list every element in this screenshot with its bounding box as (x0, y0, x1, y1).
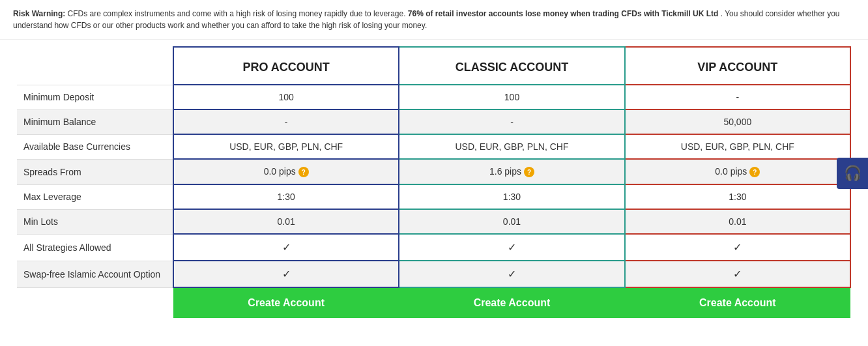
checkmark-icon: ✓ (508, 242, 516, 253)
pro-create-account-button[interactable]: Create Account (173, 288, 399, 318)
classic-account-header: CLASSIC ACCOUNT (399, 47, 624, 85)
row-value-1: 1:30 (399, 184, 624, 209)
row-value-0: 100 (173, 85, 399, 109)
classic-create-account-button-cell: Create Account (399, 287, 624, 318)
row-value-2: - (625, 85, 850, 109)
table-row: Minimum Deposit100100- (17, 85, 850, 109)
row-value-2: ✓ (625, 234, 850, 261)
risk-warning-bar: Risk Warning: CFDs are complex instrumen… (0, 0, 868, 40)
row-value-0: 0.0 pips? (173, 159, 399, 184)
row-label: Available Base Currencies (17, 134, 173, 159)
checkmark-icon: ✓ (733, 242, 742, 253)
vip-create-account-button[interactable]: Create Account (625, 288, 850, 318)
checkmark-icon: ✓ (282, 268, 291, 280)
risk-warning-highlight: 76% of retail investor accounts lose mon… (408, 9, 719, 18)
row-value-2: 0.01 (625, 209, 850, 234)
row-value-1: - (399, 109, 624, 134)
headset-icon: 🎧 (844, 165, 861, 182)
row-label: Min Lots (17, 209, 173, 234)
row-value-2: USD, EUR, GBP, PLN, CHF (625, 134, 850, 159)
row-value-0: 0.01 (173, 209, 399, 234)
row-label: All Strategies Allowed (17, 234, 173, 261)
create-account-row: Create AccountCreate AccountCreate Accou… (17, 287, 850, 318)
risk-warning-text: CFDs are complex instruments and come wi… (68, 9, 406, 18)
row-value-2: 50,000 (625, 109, 850, 134)
row-value-0: ✓ (173, 261, 399, 287)
table-row: Minimum Balance--50,000 (17, 109, 850, 134)
button-row-label (17, 287, 173, 318)
row-value-1: USD, EUR, GBP, PLN, CHF (399, 134, 624, 159)
pro-create-account-button-cell: Create Account (173, 287, 399, 318)
row-label: Minimum Balance (17, 109, 173, 134)
row-value-2: 0.0 pips? (625, 159, 850, 184)
vip-create-account-button-cell: Create Account (625, 287, 850, 318)
row-value-2: ✓ (625, 261, 850, 287)
checkmark-icon: ✓ (508, 268, 516, 280)
label-column-header (17, 47, 173, 85)
row-label: Swap-free Islamic Account Option (17, 261, 173, 287)
table-row: Available Base CurrenciesUSD, EUR, GBP, … (17, 134, 850, 159)
row-label: Spreads From (17, 159, 173, 184)
table-row: Spreads From0.0 pips?1.6 pips?0.0 pips? (17, 159, 850, 184)
question-icon[interactable]: ? (298, 167, 309, 177)
row-value-0: ✓ (173, 234, 399, 261)
question-icon[interactable]: ? (524, 167, 534, 177)
float-support-button[interactable]: 🎧 (837, 158, 868, 189)
row-value-1: 100 (399, 85, 624, 109)
row-label: Max Leverage (17, 184, 173, 209)
risk-warning-label: Risk Warning: (13, 9, 65, 18)
checkmark-icon: ✓ (733, 268, 742, 280)
table-row: All Strategies Allowed✓✓✓ (17, 234, 850, 261)
table-row: Min Lots0.010.010.01 (17, 209, 850, 234)
row-value-1: ✓ (399, 234, 624, 261)
row-value-1: 0.01 (399, 209, 624, 234)
row-value-2: 1:30 (625, 184, 850, 209)
row-value-0: - (173, 109, 399, 134)
row-value-1: 1.6 pips? (399, 159, 624, 184)
checkmark-icon: ✓ (282, 242, 291, 253)
classic-create-account-button[interactable]: Create Account (399, 288, 624, 318)
row-label: Minimum Deposit (17, 85, 173, 109)
row-value-0: USD, EUR, GBP, PLN, CHF (173, 134, 399, 159)
question-icon[interactable]: ? (749, 167, 760, 177)
table-row: Swap-free Islamic Account Option✓✓✓ (17, 261, 850, 287)
pro-account-header: PRO ACCOUNT (173, 47, 399, 85)
row-value-0: 1:30 (173, 184, 399, 209)
vip-account-header: VIP ACCOUNT (625, 47, 850, 85)
row-value-1: ✓ (399, 261, 624, 287)
table-row: Max Leverage1:301:301:30 (17, 184, 850, 209)
